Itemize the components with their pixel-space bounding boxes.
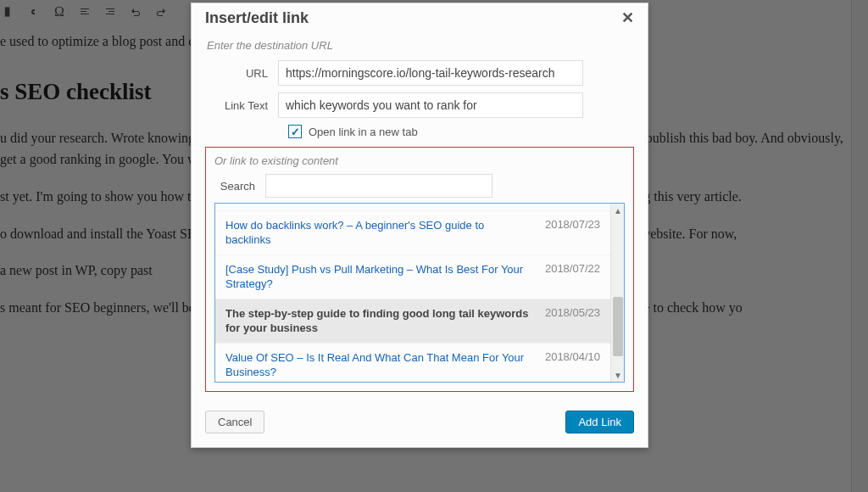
search-input[interactable] — [265, 174, 492, 198]
scroll-thumb[interactable] — [613, 297, 623, 356]
result-item[interactable]: 25 best SEO Tools Of 2018 [Infographic]2… — [215, 204, 610, 211]
search-results: 25 best SEO Tools Of 2018 [Infographic]2… — [214, 203, 625, 383]
cancel-button[interactable]: Cancel — [205, 411, 264, 433]
add-link-button[interactable]: Add Link — [565, 411, 634, 433]
url-input[interactable] — [278, 60, 583, 86]
url-label: URL — [205, 67, 278, 80]
newtab-checkbox[interactable]: ✓ — [288, 125, 302, 138]
scroll-up-icon[interactable]: ▲ — [611, 204, 625, 217]
result-date: 2018/04/10 — [545, 350, 600, 380]
modal-footer: Cancel Add Link — [192, 400, 648, 447]
newtab-label: Open link in a new tab — [309, 126, 418, 138]
modal-header: Insert/edit link ✕ — [192, 3, 648, 36]
section-label-url: Enter the destination URL — [207, 39, 634, 52]
linktext-input[interactable] — [278, 92, 583, 118]
results-scrollbar[interactable]: ▲ ▼ — [610, 204, 624, 382]
result-title: The step-by-step guide to finding good l… — [225, 306, 531, 336]
insert-link-modal: Insert/edit link ✕ Enter the destination… — [191, 3, 648, 448]
result-title: [Case Study] Push vs Pull Marketing – Wh… — [225, 262, 531, 292]
close-icon[interactable]: ✕ — [621, 8, 634, 27]
result-item[interactable]: [Case Study] Push vs Pull Marketing – Wh… — [215, 255, 610, 299]
result-title: Value Of SEO – Is It Real And What Can T… — [225, 350, 531, 380]
result-date: 2018/07/23 — [545, 218, 600, 248]
result-date: 2018/07/22 — [545, 262, 600, 292]
result-item[interactable]: Value Of SEO – Is It Real And What Can T… — [215, 344, 610, 382]
modal-title: Insert/edit link — [205, 9, 309, 27]
linktext-label: Link Text — [205, 99, 278, 112]
link-to-existing-section: Or link to existing content Search 25 be… — [205, 147, 634, 392]
result-item[interactable]: How do backlinks work? – A beginner's SE… — [215, 211, 610, 255]
search-label: Search — [214, 180, 265, 193]
section-label-existing: Or link to existing content — [214, 154, 625, 167]
result-date: 2018/05/23 — [545, 306, 600, 336]
scroll-down-icon[interactable]: ▼ — [611, 368, 625, 382]
result-title: How do backlinks work? – A beginner's SE… — [225, 218, 531, 248]
result-item[interactable]: The step-by-step guide to finding good l… — [215, 299, 610, 344]
